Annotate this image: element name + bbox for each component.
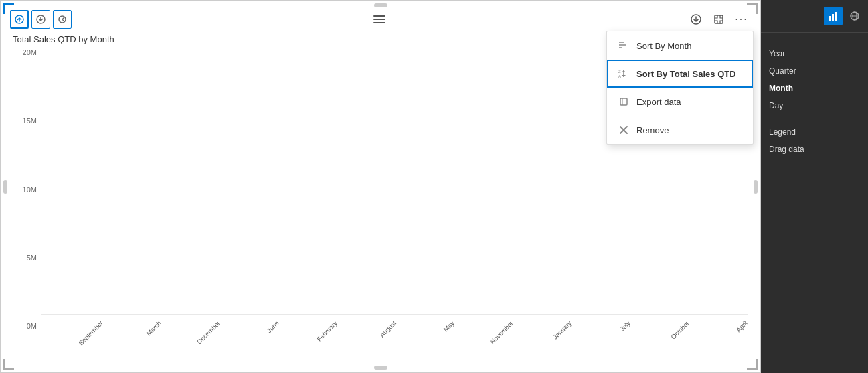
x-label-cell: April	[689, 315, 744, 349]
panel-items: YearQuarterMonthDay	[761, 45, 868, 115]
svg-rect-7	[715, 15, 723, 23]
x-axis-area: SeptemberMarchDecemberJuneFebruaryAugust…	[41, 315, 748, 349]
panel-item-month[interactable]: Month	[761, 80, 868, 97]
y-axis-label: 15M	[23, 117, 37, 125]
toolbar-center	[370, 10, 389, 29]
x-label-cell: May	[396, 315, 451, 349]
dropdown-item-icon	[618, 40, 630, 52]
dropdown-item-remove[interactable]: Remove	[607, 116, 753, 144]
grid-line	[41, 181, 748, 181]
x-label-cell: August	[338, 315, 393, 349]
corner-bl	[3, 359, 14, 370]
corner-tr	[747, 3, 758, 14]
chart-panel-icon[interactable]	[824, 7, 843, 25]
toolbar-left	[10, 10, 72, 29]
toolbar-right: ···	[687, 10, 751, 29]
x-label-cell: January	[514, 315, 569, 349]
panel-fields-title	[761, 37, 868, 45]
dropdown-item-icon	[618, 96, 630, 108]
x-label-cell: July	[572, 315, 627, 349]
panel-legend[interactable]: Legend	[761, 123, 868, 141]
dropdown-item-label: Sort By Total Sales QTD	[636, 69, 736, 79]
scroll-down-button[interactable]	[31, 10, 50, 29]
y-axis: 20M15M10M5M0M	[13, 48, 41, 349]
context-menu: Sort By Month Z A Sort By Total Sales QT…	[606, 31, 754, 145]
expand-button[interactable]	[709, 10, 728, 29]
x-label-cell: March	[104, 315, 159, 349]
y-axis-label: 20M	[23, 48, 37, 56]
panel-item-day[interactable]: Day	[761, 97, 868, 115]
panel-item-year[interactable]: Year	[761, 45, 868, 62]
corner-tl	[3, 3, 14, 14]
panel-divider-top	[761, 32, 868, 33]
x-axis-label: August	[363, 319, 397, 349]
svg-rect-20	[835, 12, 837, 21]
x-label-cell: November	[455, 315, 510, 349]
svg-rect-14	[620, 98, 627, 105]
globe-panel-icon[interactable]	[845, 7, 864, 25]
panel-divider-mid	[761, 119, 868, 119]
dropdown-item-icon: Z A	[618, 68, 630, 80]
x-axis-label: May	[422, 319, 456, 349]
hamburger-button[interactable]	[370, 10, 389, 29]
refresh-button[interactable]	[53, 10, 72, 29]
x-axis-label: April	[715, 319, 748, 349]
svg-rect-19	[832, 14, 834, 21]
x-axis-label: July	[598, 319, 632, 349]
panel-item-quarter[interactable]: Quarter	[761, 62, 868, 80]
dropdown-item-label: Remove	[636, 125, 669, 135]
drag-bottom[interactable]	[374, 366, 387, 370]
grid-line	[41, 314, 748, 315]
right-panel: YearQuarterMonthDay Legend Drag data	[761, 0, 868, 373]
x-label-cell: October	[631, 315, 686, 349]
dropdown-item-label: Export data	[636, 97, 681, 107]
y-axis-label: 10M	[23, 185, 37, 194]
corner-br	[747, 359, 758, 370]
x-label-cell: September	[45, 315, 100, 349]
right-panel-top	[761, 4, 868, 28]
svg-text:Z: Z	[618, 70, 621, 74]
x-axis-label: November	[481, 319, 514, 349]
svg-text:A: A	[618, 74, 621, 78]
panel-drag-data[interactable]: Drag data	[761, 141, 868, 158]
x-axis-label: September	[70, 319, 104, 349]
dropdown-item-export-data[interactable]: Export data	[607, 88, 753, 116]
x-axis-label: January	[539, 319, 573, 349]
dropdown-item-sort-by-total[interactable]: Z A Sort By Total Sales QTD	[607, 60, 753, 88]
download-button[interactable]	[687, 10, 705, 29]
grid-line	[41, 248, 748, 248]
x-label-cell: February	[279, 315, 334, 349]
chart-toolbar: ···	[6, 6, 755, 33]
x-axis-label: March	[129, 319, 163, 349]
x-label-cell: December	[162, 315, 217, 349]
x-label-cell: June	[221, 315, 276, 349]
x-axis-label: October	[657, 319, 690, 349]
dropdown-item-sort-by-month[interactable]: Sort By Month	[607, 31, 753, 60]
x-axis-label: February	[305, 319, 339, 349]
x-axis-label: June	[246, 319, 280, 349]
chart-container: ··· Total Sales QTD by Month 20M15M10M5M…	[0, 0, 761, 373]
x-axis-label: December	[188, 319, 222, 349]
dropdown-item-icon	[618, 124, 630, 136]
y-axis-label: 5M	[27, 254, 37, 262]
y-axis-label: 0M	[27, 322, 37, 330]
dropdown-item-label: Sort By Month	[636, 41, 691, 51]
svg-rect-18	[829, 16, 831, 21]
drag-top[interactable]	[374, 3, 387, 7]
